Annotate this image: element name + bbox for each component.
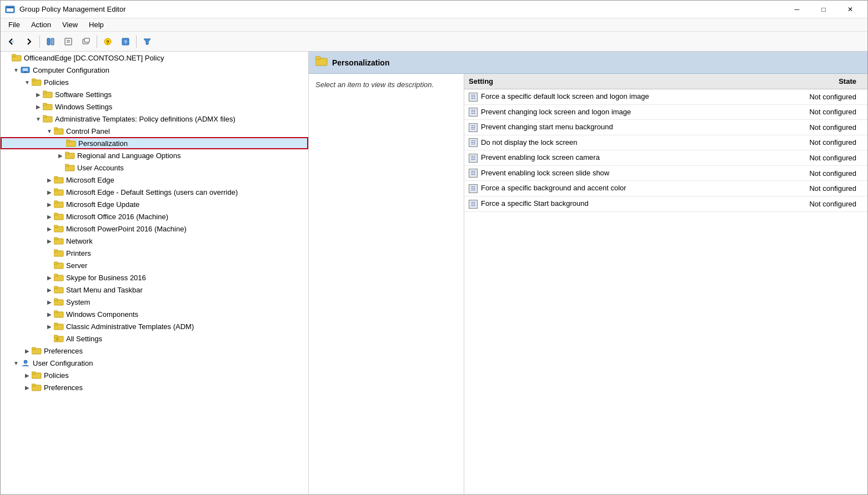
setting-state-cell-7: Not configured	[767, 196, 867, 211]
settings-row-1[interactable]: ☷Prevent changing lock screen and logon …	[464, 104, 867, 120]
ms-edge-default-expand: ▶	[45, 188, 54, 196]
minimize-button[interactable]: ─	[784, 1, 810, 18]
help-button[interactable]: ?	[99, 34, 116, 49]
svg-rect-72	[32, 384, 36, 386]
tree-system[interactable]: ▶ System	[1, 296, 308, 308]
tree-server[interactable]: Server	[1, 259, 308, 271]
svg-rect-54	[54, 274, 58, 276]
classic-admin-label: Classic Administrative Templates (ADM)	[66, 322, 194, 331]
tree-user-accounts[interactable]: User Accounts	[1, 161, 308, 174]
tree-windows-components[interactable]: ▶ Windows Components	[1, 308, 308, 320]
settings-row-0[interactable]: ☷Force a specific default lock screen an…	[464, 89, 867, 105]
tree-root[interactable]: OfficeandEdge [DC.CONTOSO.NET] Policy	[1, 52, 308, 64]
setting-name-cell-3: ☷Do not display the lock screen	[464, 135, 767, 150]
svg-rect-40	[54, 189, 58, 191]
tree-regional[interactable]: ▶ Regional and Language Options	[1, 149, 308, 161]
svg-rect-67	[32, 347, 36, 350]
svg-rect-50	[54, 250, 58, 252]
panel-header-title: Personalization	[332, 58, 389, 67]
show-tree-button[interactable]	[42, 34, 59, 49]
web-help-button[interactable]: ?	[117, 34, 134, 49]
policies-label: Policies	[44, 78, 69, 87]
tree-user-preferences[interactable]: ▶ Preferences	[1, 381, 308, 393]
setting-name-2: Prevent changing start menu background	[481, 123, 613, 131]
menu-help[interactable]: Help	[83, 19, 109, 30]
settings-row-7[interactable]: ☷Force a specific Start backgroundNot co…	[464, 196, 867, 211]
setting-name-cell-6: ☷Force a specific background and accent …	[464, 181, 767, 196]
admin-templates-expand: ▼	[34, 114, 43, 123]
personalization-label: Personalization	[78, 139, 128, 148]
window-controls: ─ □ ✕	[784, 1, 863, 18]
filter-button[interactable]	[139, 34, 155, 49]
web-help-icon: ?	[121, 37, 130, 46]
close-button[interactable]: ✕	[837, 1, 863, 18]
svg-rect-24	[43, 91, 47, 93]
menu-view[interactable]: View	[57, 19, 83, 30]
new-window-button[interactable]	[78, 34, 94, 49]
setting-doc-icon-4: ☷	[469, 154, 478, 163]
menu-action[interactable]: Action	[26, 19, 57, 30]
network-folder-icon	[54, 236, 64, 245]
regional-folder-icon	[65, 151, 75, 160]
setting-col-header: Setting	[464, 74, 767, 89]
svg-text:?: ?	[106, 39, 109, 45]
software-settings-label: Software Settings	[55, 90, 112, 99]
control-panel-expand: ▼	[45, 127, 54, 135]
setting-state-cell-2: Not configured	[767, 120, 867, 135]
setting-name-0: Force a specific default lock screen and…	[481, 92, 649, 100]
svg-text:?: ?	[124, 39, 127, 45]
ms-edge-update-expand: ▶	[45, 200, 54, 209]
settings-row-3[interactable]: ☷Do not display the lock screenNot confi…	[464, 135, 867, 150]
forward-button[interactable]	[21, 34, 37, 49]
svg-rect-6	[65, 38, 72, 45]
settings-row-4[interactable]: ☷Prevent enabling lock screen cameraNot …	[464, 150, 867, 166]
tree-policies[interactable]: ▼ Policies	[1, 76, 308, 88]
title-bar: Group Policy Management Editor ─ □ ✕	[1, 1, 867, 18]
settings-row-5[interactable]: ☷Prevent enabling lock screen slide show…	[464, 165, 867, 181]
tree-network[interactable]: ▶ Network	[1, 235, 308, 247]
properties-button[interactable]	[60, 34, 77, 49]
tree-user-policies[interactable]: ▶ Policies	[1, 369, 308, 381]
tree-personalization[interactable]: Personalization	[1, 137, 308, 149]
tree-computer-config[interactable]: ▼ Computer Configuration	[1, 64, 308, 76]
tree-skype[interactable]: ▶ Skype for Business 2016	[1, 271, 308, 284]
setting-name-1: Prevent changing lock screen and logon i…	[481, 108, 631, 116]
tree-classic-admin[interactable]: ▶ Classic Administrative Templates (ADM)	[1, 320, 308, 332]
setting-name-5: Prevent enabling lock screen slide show	[481, 169, 609, 177]
setting-name-cell-1: ☷Prevent changing lock screen and logon …	[464, 104, 767, 120]
policies-expand: ▼	[23, 78, 32, 87]
tree-user-config[interactable]: ▼ User Configuration	[1, 357, 308, 369]
tree-admin-templates[interactable]: ▼ Administrative Templates: Policy defin…	[1, 113, 308, 125]
tree-ms-edge-default[interactable]: ▶ Microsoft Edge - Default Settings (use…	[1, 186, 308, 198]
tree-software-settings[interactable]: ▶ Software Settings	[1, 88, 308, 100]
classic-admin-expand: ▶	[45, 322, 54, 331]
tree-ms-powerpoint[interactable]: ▶ Microsoft PowerPoint 2016 (Machine)	[1, 223, 308, 235]
user-config-expand: ▼	[12, 358, 21, 367]
tree-windows-settings[interactable]: ▶ Windows Settings	[1, 100, 308, 113]
svg-rect-58	[54, 299, 58, 301]
settings-row-2[interactable]: ☷Prevent changing start menu backgroundN…	[464, 120, 867, 135]
tree-ms-edge-update[interactable]: ▶ Microsoft Edge Update	[1, 198, 308, 210]
panel-header: Personalization	[309, 52, 867, 74]
svg-rect-62	[54, 323, 58, 325]
settings-table: Setting State ☷Force a specific default …	[464, 74, 867, 212]
tree-start-menu[interactable]: ▶ Start Menu and Taskbar	[1, 284, 308, 296]
windows-components-folder-icon	[54, 310, 64, 319]
maximize-button[interactable]: □	[811, 1, 836, 18]
tree-control-panel[interactable]: ▼ Control Panel	[1, 125, 308, 137]
tree-preferences-computer[interactable]: ▶ Preferences	[1, 345, 308, 357]
tree-ms-office[interactable]: ▶ Microsoft Office 2016 (Machine)	[1, 210, 308, 223]
setting-doc-icon-6: ☷	[469, 184, 478, 193]
user-preferences-label: Preferences	[44, 383, 83, 392]
tree-all-settings[interactable]: ⚙ All Settings	[1, 332, 308, 345]
settings-row-6[interactable]: ☷Force a specific background and accent …	[464, 181, 867, 196]
regional-label: Regional and Language Options	[77, 151, 180, 160]
tree-printers[interactable]: Printers	[1, 247, 308, 259]
tree-microsoft-edge[interactable]: ▶ Microsoft Edge	[1, 174, 308, 186]
setting-name-cell-0: ☷Force a specific default lock screen an…	[464, 89, 767, 105]
menu-file[interactable]: File	[3, 19, 26, 30]
back-button[interactable]	[3, 34, 19, 49]
svg-rect-2	[7, 7, 13, 8]
svg-rect-30	[54, 128, 58, 130]
svg-marker-15	[144, 39, 150, 44]
